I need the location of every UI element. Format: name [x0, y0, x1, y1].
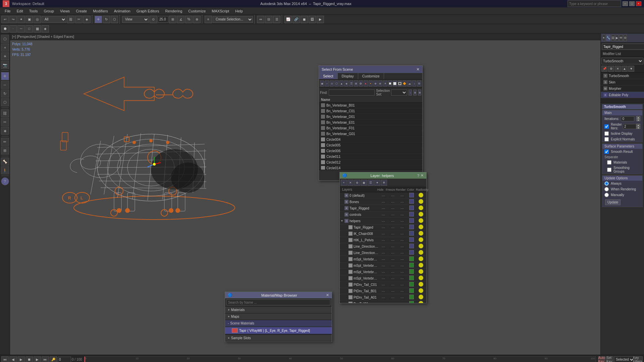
- ld-obj-ptdrv-tail-c01[interactable]: □ PtDrv_Tail_C01 — — —: [340, 282, 426, 288]
- menu-customize[interactable]: Customize: [185, 7, 208, 14]
- explicit-normals-checkbox[interactable]: [604, 137, 609, 141]
- isoline-checkbox[interactable]: [604, 131, 609, 136]
- biped-tool[interactable]: 🚶: [1, 166, 9, 174]
- ssd-tab-select[interactable]: Select: [319, 73, 338, 79]
- select-move-button[interactable]: ✛: [95, 16, 102, 23]
- ld-layer-tapir-rigged[interactable]: ≡ Tapir_Rigged — — —: [340, 205, 426, 212]
- ld-close-button[interactable]: ✕: [421, 173, 424, 178]
- ssd-none-btn[interactable]: ○: [325, 80, 329, 86]
- ssd-filter9-btn[interactable]: ⊕: [373, 80, 377, 86]
- mod-turbosm[interactable]: T TurboSmooth: [601, 73, 644, 79]
- ld-obj-be-tail01[interactable]: □ Be_Tail01 — — —: [340, 301, 426, 303]
- ssd-tab-display[interactable]: Display: [338, 73, 358, 79]
- pivot-btn[interactable]: ⊙: [150, 16, 157, 23]
- menu-help[interactable]: Help: [232, 7, 246, 14]
- minimize-button[interactable]: ─: [623, 1, 628, 6]
- vertex-btn[interactable]: ·: [9, 25, 17, 33]
- ssd-item-circle005[interactable]: Circle005: [319, 142, 422, 148]
- prev-key-btn[interactable]: ◀: [9, 356, 17, 362]
- schematic-view[interactable]: 🔗: [292, 16, 300, 23]
- panel-tab-utilities[interactable]: ⚙: [624, 35, 627, 41]
- ssd-item-circle004[interactable]: Circle004: [319, 137, 422, 142]
- smooth-result-checkbox[interactable]: [604, 149, 609, 154]
- bone-tool[interactable]: 🦴: [1, 158, 9, 166]
- when-rendering-radio[interactable]: [604, 187, 609, 191]
- key-mode-btn[interactable]: 🔑: [50, 356, 57, 362]
- modifier-dropdown[interactable]: TurboSmooth: [601, 58, 643, 64]
- key-filters-btn[interactable]: Key Filters...: [635, 356, 643, 362]
- mb-close-button[interactable]: ✕: [326, 293, 329, 297]
- help-lt-btn[interactable]: ?: [1, 177, 9, 185]
- ssd-sort-btn[interactable]: ↕: [412, 80, 416, 86]
- smoothing-groups-checkbox[interactable]: [607, 168, 611, 172]
- curve-editor[interactable]: 📈: [284, 16, 292, 23]
- mb-section-scene-header[interactable]: -Scene Materials: [225, 320, 332, 326]
- mod-editable-poly[interactable]: E Editable Poly: [601, 92, 644, 98]
- ld-freeze-sel[interactable]: ❄: [381, 180, 387, 186]
- ld-obj-mspl-vert3[interactable]: □ mSpl_Vertebrae_ — — —: [340, 269, 426, 275]
- ssd-filter2-btn[interactable]: ▲: [339, 80, 343, 86]
- ld-obj-ptdrv-tail-b01[interactable]: □ PtDrv_Tail_B01 — — —: [340, 288, 426, 294]
- panel-tab-modify[interactable]: 🔧: [606, 35, 610, 41]
- ssd-filter11-btn[interactable]: ☀: [383, 80, 387, 86]
- bind-space-button[interactable]: ◈: [83, 16, 91, 23]
- menu-views[interactable]: Views: [57, 7, 72, 14]
- render-iters-up[interactable]: ▲: [636, 124, 640, 126]
- ld-layer-0-default[interactable]: ≡ 0 (default) — — —: [340, 192, 426, 199]
- ld-obj-mspl-vert4[interactable]: □ mSpl_Vertebraec — — —: [340, 275, 426, 282]
- render-iters-down[interactable]: ▼: [636, 126, 640, 129]
- ssd-all-btn[interactable]: ◉: [320, 80, 324, 86]
- stop-btn[interactable]: ⏹: [25, 356, 33, 362]
- align-button[interactable]: ⊟: [265, 16, 272, 23]
- create-lights-btn[interactable]: ☀: [1, 52, 9, 60]
- percent-snap-input[interactable]: [158, 16, 168, 23]
- iterations-up[interactable]: ▲: [636, 116, 640, 119]
- layer-manager[interactable]: ☰: [273, 16, 280, 23]
- percent-snap[interactable]: %: [185, 16, 193, 23]
- ssd-filter4-btn[interactable]: ☰: [349, 80, 353, 86]
- last-key-btn[interactable]: ⏭: [42, 356, 49, 362]
- ld-obj-line-dir00[interactable]: □ Line_Direction00 — — —: [340, 243, 426, 250]
- mod-morpher[interactable]: M Morpher: [601, 85, 644, 92]
- select-obj-button[interactable]: ✦: [17, 16, 25, 23]
- unlink-tool[interactable]: ✂: [1, 118, 9, 126]
- ld-new-layer[interactable]: +: [341, 180, 347, 186]
- ld-layer-helpers[interactable]: ▼ ⊙ helpers — — —: [340, 218, 426, 224]
- render-scene[interactable]: 🖼: [309, 16, 316, 23]
- mirror-button[interactable]: ⇔: [257, 16, 264, 23]
- keyframe-btn[interactable]: ⏮: [1, 356, 9, 362]
- ssd-item-bn-vert-b01[interactable]: Bn_Vertebrae_B01: [319, 103, 422, 108]
- mb-search-input[interactable]: [226, 299, 330, 305]
- ld-add-sel[interactable]: ⊕: [354, 180, 360, 186]
- ssd-sel-btn2[interactable]: ⊕: [413, 89, 417, 96]
- scale-button[interactable]: ⬡: [111, 16, 118, 23]
- material-editor[interactable]: ◼: [301, 16, 308, 23]
- ld-layer-bones[interactable]: ≡ Bones — — —: [340, 199, 426, 205]
- ld-obj-ptdrv-tail-a01[interactable]: □ PtDrv_Tail_A01 — — —: [340, 294, 426, 301]
- play-btn[interactable]: ▶: [17, 356, 25, 362]
- manually-radio[interactable]: [604, 193, 609, 197]
- ssd-filter10-btn[interactable]: ⊗: [378, 80, 382, 86]
- menu-group[interactable]: Group: [41, 7, 57, 14]
- select-region-button[interactable]: ▣: [25, 16, 33, 23]
- ssd-tab-customize[interactable]: Customize: [358, 73, 384, 79]
- ssd-item-bn-vert-g01[interactable]: Bn_Vertebrae_G01: [319, 131, 422, 137]
- update-button[interactable]: Update: [605, 199, 621, 205]
- ssd-item-circle014[interactable]: Circle014: [319, 165, 422, 170]
- ssd-item-circle006[interactable]: Circle006: [319, 148, 422, 154]
- ld-obj-hik-pelvis[interactable]: □ HIK_L_Pelvis — — —: [340, 237, 426, 243]
- ssd-filter5-btn[interactable]: ⊞: [354, 80, 358, 86]
- ld-list[interactable]: ≡ 0 (default) — — — ≡ Bones — —: [340, 192, 426, 303]
- ssd-filter13-btn[interactable]: ⬜: [393, 80, 397, 86]
- create-cameras-btn[interactable]: 📷: [1, 61, 9, 69]
- menu-modifiers[interactable]: Modifiers: [90, 7, 111, 14]
- element-btn[interactable]: ◈: [42, 25, 49, 33]
- redo-button[interactable]: ↪: [9, 16, 17, 23]
- ld-sel-objs[interactable]: ◉: [361, 180, 367, 186]
- ssd-find-input[interactable]: [329, 89, 375, 96]
- menu-graph-editors[interactable]: Graph Editors: [134, 7, 162, 14]
- menu-animation[interactable]: Animation: [111, 7, 133, 14]
- ld-obj-tapir-rigged[interactable]: □ Tapir_Rigged — — —: [340, 224, 426, 231]
- ssd-sel-btn1[interactable]: ↕: [409, 89, 412, 96]
- ssd-filter16-btn[interactable]: ☁: [407, 80, 411, 86]
